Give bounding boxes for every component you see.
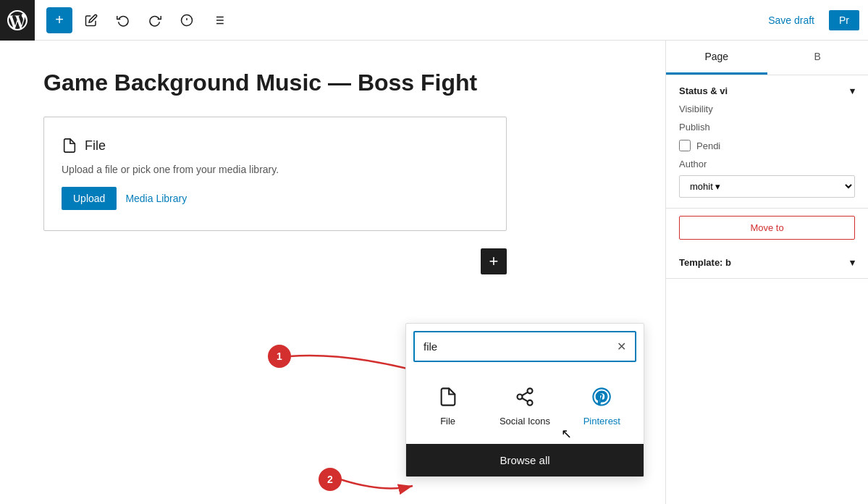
status-visibility-section: Status & vi ▾ Visibility Publish Pendi A… <box>666 75 868 209</box>
move-to-trash-button[interactable]: Move to <box>679 216 855 240</box>
info-button[interactable] <box>174 7 200 33</box>
svg-point-11 <box>527 388 532 393</box>
toolbar-actions: Save draft Pr <box>762 10 859 30</box>
author-label: Author <box>679 159 707 169</box>
tab-page[interactable]: Page <box>666 41 767 75</box>
search-clear-button[interactable]: ✕ <box>617 340 626 353</box>
main-layout: Game Background Music — Boss Fight File … <box>0 41 868 504</box>
pen-icon <box>85 14 98 27</box>
pinterest-result-label: Pinterest <box>583 416 620 427</box>
pending-checkbox[interactable] <box>679 140 691 151</box>
author-row: Author <box>679 159 855 169</box>
file-icon <box>62 138 77 154</box>
file-block-actions: Upload Media Library <box>62 187 489 210</box>
search-results: File Social Icons Pinterest <box>406 369 644 444</box>
author-select[interactable]: mohit ▾ <box>679 175 855 198</box>
template-label[interactable]: Template: b ▾ <box>679 257 855 268</box>
social-icons-result-label: Social Icons <box>500 416 550 427</box>
svg-point-12 <box>517 395 522 400</box>
visibility-label: Visibility <box>679 104 713 114</box>
search-result-pinterest[interactable]: Pinterest <box>573 378 631 432</box>
file-block-title: File <box>85 138 106 154</box>
add-block-button[interactable]: + <box>481 248 507 274</box>
toolbar: + Save draft Pr <box>0 0 868 41</box>
page-title[interactable]: Game Background Music — Boss Fight <box>43 70 622 96</box>
chevron-icon: ▾ <box>850 85 855 96</box>
file-block-header: File <box>62 138 489 154</box>
publish-row: Publish <box>679 122 855 133</box>
search-result-file[interactable]: File <box>419 378 477 432</box>
svg-point-13 <box>527 400 532 406</box>
pending-row: Pendi <box>679 140 855 151</box>
file-block-description: Upload a file or pick one from your medi… <box>62 164 489 175</box>
editor-area: Game Background Music — Boss Fight File … <box>0 41 665 504</box>
publish-label: Publish <box>679 122 710 133</box>
plus-icon: + <box>489 252 499 271</box>
undo-button[interactable] <box>110 7 136 33</box>
publish-button[interactable]: Pr <box>829 10 859 30</box>
svg-line-14 <box>522 398 528 402</box>
browse-all-button[interactable]: Browse all <box>406 444 644 476</box>
annotation-circle-2: 2 <box>319 468 342 491</box>
sidebar: Page B Status & vi ▾ Visibility Publish … <box>665 41 868 504</box>
social-icons-result-icon <box>512 384 538 410</box>
list-view-button[interactable] <box>206 7 232 33</box>
list-icon <box>212 14 225 27</box>
search-popup: ✕ File Social Icons <box>405 323 644 477</box>
media-library-link[interactable]: Media Library <box>125 193 187 204</box>
pending-label: Pendi <box>696 140 720 151</box>
wp-logo <box>0 0 35 41</box>
file-result-label: File <box>440 416 455 427</box>
file-result-icon <box>435 384 461 410</box>
redo-icon <box>148 14 161 27</box>
search-result-social-icons[interactable]: Social Icons <box>494 378 556 432</box>
visibility-row: Visibility <box>679 104 855 114</box>
status-section-title[interactable]: Status & vi ▾ <box>679 85 855 96</box>
pinterest-result-icon <box>589 384 615 410</box>
add-block-area: + <box>43 248 507 274</box>
annotation-circle-1: 1 <box>268 345 291 368</box>
redo-button[interactable] <box>142 7 168 33</box>
sidebar-content: Status & vi ▾ Visibility Publish Pendi A… <box>666 75 868 504</box>
template-chevron-icon: ▾ <box>850 257 855 268</box>
search-input[interactable] <box>424 340 617 353</box>
pen-icon-button[interactable] <box>78 7 104 33</box>
save-draft-button[interactable]: Save draft <box>762 12 820 29</box>
search-input-wrapper: ✕ <box>413 331 636 362</box>
add-block-toolbar-button[interactable]: + <box>46 7 72 33</box>
undo-icon <box>117 14 130 27</box>
wordpress-icon <box>7 10 28 30</box>
info-icon <box>180 14 193 27</box>
sidebar-tabs: Page B <box>666 41 868 75</box>
file-block: File Upload a file or pick one from your… <box>43 117 507 231</box>
template-section: Template: b ▾ <box>666 247 868 279</box>
svg-line-15 <box>522 392 528 396</box>
tab-block[interactable]: B <box>767 41 869 75</box>
upload-button[interactable]: Upload <box>62 187 117 210</box>
